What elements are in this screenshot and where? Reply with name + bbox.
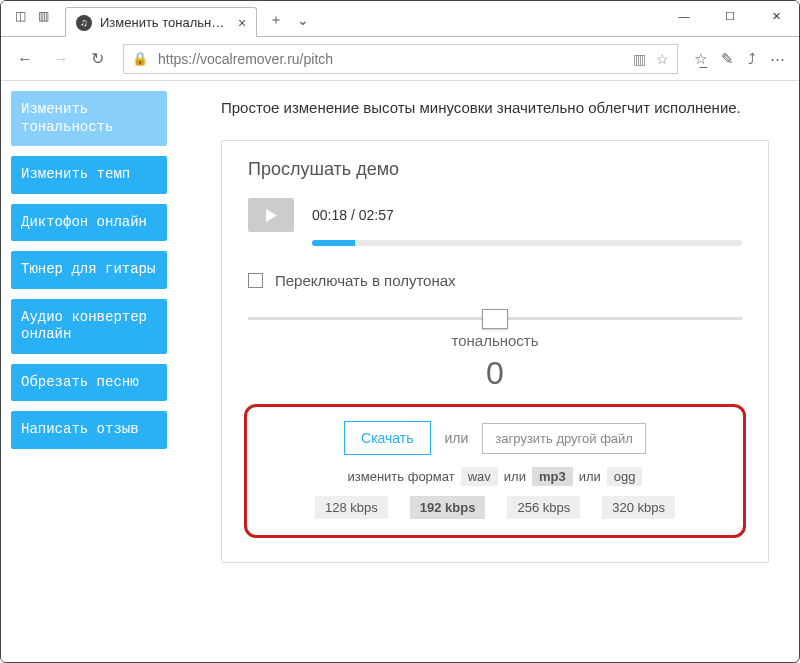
lead-text: Простое изменение высоты минусовки значи… xyxy=(221,99,769,116)
bitrate-row: 128 kbps 192 kbps 256 kbps 320 kbps xyxy=(269,496,721,519)
url-text: https://vocalremover.ru/pitch xyxy=(158,51,623,67)
progress-wrap xyxy=(312,240,742,246)
download-box: Скачать или загрузить другой файл измени… xyxy=(244,404,746,538)
url-input[interactable]: 🔒 https://vocalremover.ru/pitch ▥ ☆ xyxy=(123,44,678,74)
reading-view-icon[interactable]: ▥ xyxy=(633,51,646,67)
playback-time: 00:18 / 02:57 xyxy=(312,207,394,223)
tab-title: Изменить тональность xyxy=(100,15,230,30)
play-icon xyxy=(265,209,278,222)
upload-other-button[interactable]: загрузить другой файл xyxy=(482,423,646,454)
pitch-slider[interactable] xyxy=(248,317,742,320)
sidebar-item-recorder[interactable]: Диктофон онлайн xyxy=(11,204,167,242)
forward-button: → xyxy=(51,50,71,68)
lock-icon: 🔒 xyxy=(132,51,148,66)
sidebar: Изменить тональность Изменить темп Дикто… xyxy=(1,81,177,662)
format-mp3[interactable]: mp3 xyxy=(532,467,573,486)
demo-title: Прослушать демо xyxy=(248,159,742,180)
sidebar-item-feedback[interactable]: Написать отзыв xyxy=(11,411,167,449)
maximize-button[interactable]: ☐ xyxy=(707,1,753,31)
download-button[interactable]: Скачать xyxy=(344,421,431,455)
sidebar-item-tuner[interactable]: Тюнер для гитары xyxy=(11,251,167,289)
tone-value: 0 xyxy=(248,355,742,392)
close-window-button[interactable]: ✕ xyxy=(753,1,799,31)
or-text: или xyxy=(445,430,469,446)
window-controls: — ☐ ✕ xyxy=(661,1,799,31)
or-text-1: или xyxy=(504,469,526,484)
download-row: Скачать или загрузить другой файл xyxy=(269,421,721,455)
tabs-aside-icon[interactable]: ◫ xyxy=(15,9,26,23)
progress-bar[interactable] xyxy=(312,240,742,246)
sidebar-item-tempo[interactable]: Изменить темп xyxy=(11,156,167,194)
or-text-2: или xyxy=(579,469,601,484)
player-row: 00:18 / 02:57 xyxy=(248,198,742,232)
play-button[interactable] xyxy=(248,198,294,232)
favorites-hub-icon[interactable]: ☆̲ xyxy=(694,50,707,68)
notes-icon[interactable]: ✎ xyxy=(721,50,734,68)
format-ogg[interactable]: ogg xyxy=(607,467,643,486)
main-panel: Простое изменение высоты минусовки значи… xyxy=(177,81,799,662)
semitone-row: Переключать в полутонах xyxy=(248,272,742,289)
tab-close-icon[interactable]: × xyxy=(238,15,246,31)
refresh-button[interactable]: ↻ xyxy=(87,49,107,68)
more-icon[interactable]: ⋯ xyxy=(770,50,785,68)
favorite-star-icon[interactable]: ☆ xyxy=(656,51,669,67)
bitrate-192[interactable]: 192 kbps xyxy=(410,496,486,519)
url-actions: ▥ ☆ xyxy=(633,51,669,67)
favicon-icon: ♫ xyxy=(76,15,92,31)
bitrate-320[interactable]: 320 kbps xyxy=(602,496,675,519)
share-icon[interactable]: ⤴ xyxy=(748,50,756,67)
new-tab-button[interactable]: ＋ xyxy=(269,11,283,29)
minimize-button[interactable]: — xyxy=(661,1,707,31)
page-content: Изменить тональность Изменить темп Дикто… xyxy=(1,81,799,662)
sidebar-item-converter[interactable]: Аудио конвертер онлайн xyxy=(11,299,167,354)
progress-fill xyxy=(312,240,355,246)
semitone-label: Переключать в полутонах xyxy=(275,272,456,289)
slider-thumb[interactable] xyxy=(482,309,508,329)
format-wav[interactable]: wav xyxy=(461,467,498,486)
window-titlebar: ◫ ▥ ♫ Изменить тональность × ＋ ⌄ — ☐ ✕ xyxy=(1,1,799,37)
bitrate-128[interactable]: 128 kbps xyxy=(315,496,388,519)
change-format-label: изменить формат xyxy=(348,469,455,484)
tab-actions: ＋ ⌄ xyxy=(269,11,309,29)
format-row: изменить формат wav или mp3 или ogg xyxy=(269,467,721,486)
browser-tab[interactable]: ♫ Изменить тональность × xyxy=(65,7,257,37)
demo-card: Прослушать демо 00:18 / 02:57 Переключат… xyxy=(221,140,769,563)
tab-dropdown-icon[interactable]: ⌄ xyxy=(297,12,309,28)
tone-label: тональность xyxy=(248,332,742,349)
address-bar: ← → ↻ 🔒 https://vocalremover.ru/pitch ▥ … xyxy=(1,37,799,81)
back-button[interactable]: ← xyxy=(15,50,35,68)
semitone-checkbox[interactable] xyxy=(248,273,263,288)
sidebar-item-pitch[interactable]: Изменить тональность xyxy=(11,91,167,146)
tabs-preview-icon[interactable]: ▥ xyxy=(38,9,49,23)
bitrate-256[interactable]: 256 kbps xyxy=(507,496,580,519)
titlebar-left: ◫ ▥ xyxy=(1,1,59,23)
sidebar-item-cutter[interactable]: Обрезать песню xyxy=(11,364,167,402)
slider-track xyxy=(248,317,742,320)
toolbar-right: ☆̲ ✎ ⤴ ⋯ xyxy=(694,50,785,68)
